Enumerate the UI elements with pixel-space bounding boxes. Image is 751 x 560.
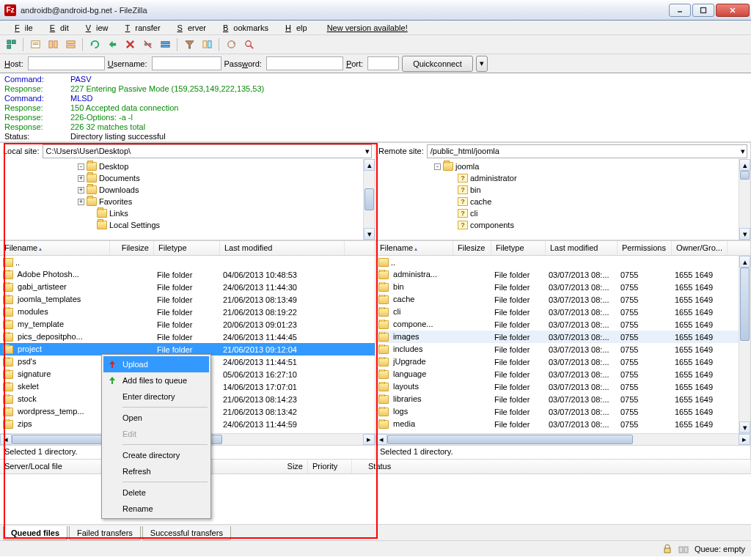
list-item[interactable]: jUpgradeFile folder03/07/2013 08:...0755… <box>376 355 750 368</box>
refresh-icon[interactable] <box>87 37 103 53</box>
tree-item[interactable]: ?cli <box>376 207 750 219</box>
tree-item[interactable]: Links <box>0 207 375 219</box>
menu-new-version[interactable]: New version available! <box>317 22 418 34</box>
col-filename[interactable]: Filename <box>0 241 110 255</box>
menu-server[interactable]: Server <box>167 22 211 34</box>
local-path-combo[interactable]: C:\Users\User\Desktop\▾ <box>43 144 372 158</box>
col-modified[interactable]: Last modified <box>220 241 345 255</box>
list-item[interactable]: cliFile folder03/07/2013 08:...07551655 … <box>376 306 750 318</box>
tree-item[interactable]: ?bin <box>376 184 750 196</box>
tree-item[interactable]: ?administrator <box>376 172 750 184</box>
list-item[interactable]: binFile folder03/07/2013 08:...07551655 … <box>376 281 750 293</box>
password-input[interactable] <box>266 56 343 70</box>
title-bar: Fz androidb@android-bg.net - FileZilla <box>0 0 751 21</box>
menu-transfer[interactable]: Transfer <box>115 22 166 34</box>
scrollbar[interactable]: ▴▾ <box>363 159 375 240</box>
port-input[interactable] <box>367 56 399 70</box>
list-item[interactable]: administra...File folder03/07/2013 08:..… <box>376 268 750 281</box>
list-item[interactable]: languageFile folder03/07/2013 08:...0755… <box>376 368 750 380</box>
tree-item[interactable]: -Desktop <box>0 161 375 172</box>
menu-view[interactable]: View <box>76 22 114 34</box>
cancel-icon[interactable] <box>122 37 138 53</box>
list-item[interactable]: Adobe Photosh...File folder04/06/2013 10… <box>0 268 375 281</box>
search-icon[interactable] <box>241 37 257 53</box>
col-filetype[interactable]: Filetype <box>491 241 546 255</box>
quickconnect-dropdown-icon[interactable]: ▾ <box>476 56 488 72</box>
scrollbar[interactable]: ◂▸ <box>376 433 750 445</box>
tree-item[interactable]: +Downloads <box>0 184 375 196</box>
remote-tree[interactable]: -joomla?administrator?bin?cache?cli?comp… <box>376 159 750 232</box>
host-input[interactable] <box>28 56 105 70</box>
tree-item[interactable]: +Documents <box>0 172 375 184</box>
list-item[interactable]: pics_depositpho...File folder24/06/2013 … <box>0 331 375 343</box>
col-modified[interactable]: Last modified <box>546 241 618 255</box>
col-owner[interactable]: Owner/Gro... <box>672 241 728 255</box>
maximize-button[interactable] <box>692 4 714 17</box>
list-item[interactable]: my_templateFile folder20/06/2013 09:01:2… <box>0 318 375 331</box>
quickconnect-button[interactable]: Quickconnect <box>402 56 473 72</box>
list-item[interactable]: .. <box>376 256 750 268</box>
ctx-delete[interactable]: Delete <box>103 485 209 501</box>
ctx-upload[interactable]: Upload <box>103 356 209 372</box>
reconnect-icon[interactable] <box>157 37 173 53</box>
svg-rect-25 <box>208 41 211 48</box>
message-log[interactable]: Command:PASVResponse:227 Entering Passiv… <box>0 73 751 143</box>
col-filesize[interactable]: Filesize <box>110 241 154 255</box>
list-item[interactable]: .. <box>0 256 375 268</box>
sync-browse-icon[interactable] <box>223 37 239 53</box>
queue-tabs: Queued files Failed transfers Successful… <box>0 524 751 540</box>
menu-bookmarks[interactable]: Bookmarks <box>213 22 274 34</box>
ctx-add-to-queue[interactable]: Add files to queue <box>103 372 209 388</box>
tree-item[interactable]: +Favorites <box>0 196 375 207</box>
remote-file-list[interactable]: .. administra...File folder03/07/2013 08… <box>376 256 750 433</box>
local-list-header[interactable]: Filename Filesize Filetype Last modified <box>0 241 375 256</box>
list-item[interactable]: imagesFile folder03/07/2013 08:...075516… <box>376 331 750 343</box>
tree-item[interactable]: ?cache <box>376 196 750 207</box>
ctx-enter-directory[interactable]: Enter directory <box>103 388 209 405</box>
ctx-create-directory[interactable]: Create directory <box>103 447 209 463</box>
scrollbar[interactable]: ▴▾ <box>739 159 750 240</box>
col-filename[interactable]: Filename <box>376 241 453 255</box>
list-item[interactable]: cacheFile folder03/07/2013 08:...0755165… <box>376 293 750 306</box>
toggle-tree-icon[interactable] <box>45 37 61 53</box>
scrollbar[interactable]: ▴▾ <box>739 256 750 433</box>
compare-icon[interactable] <box>199 37 215 53</box>
username-input[interactable] <box>152 56 221 70</box>
list-item[interactable]: modulesFile folder21/06/2013 08:19:22 <box>0 306 375 318</box>
ctx-refresh[interactable]: Refresh <box>103 463 209 479</box>
list-item[interactable]: gabi_artisteerFile folder24/06/2013 11:4… <box>0 281 375 293</box>
close-button[interactable] <box>716 4 750 17</box>
tab-successful[interactable]: Successful transfers <box>142 526 231 540</box>
tree-item[interactable]: -joomla <box>376 161 750 172</box>
minimize-button[interactable] <box>669 4 691 17</box>
process-queue-icon[interactable] <box>104 37 120 53</box>
list-item[interactable]: librariesFile folder03/07/2013 08:...075… <box>376 393 750 405</box>
menu-file[interactable]: File <box>4 22 38 34</box>
list-item[interactable]: logsFile folder03/07/2013 08:...07551655… <box>376 405 750 418</box>
list-item[interactable]: joomla_templatesFile folder21/06/2013 08… <box>0 293 375 306</box>
filter-icon[interactable] <box>181 37 197 53</box>
col-permissions[interactable]: Permissions <box>618 241 672 255</box>
list-item[interactable]: mediaFile folder03/07/2013 08:...0755165… <box>376 418 750 430</box>
remote-path-combo[interactable]: /public_html/joomla▾ <box>427 144 747 158</box>
menu-help[interactable]: Help <box>275 22 312 34</box>
tree-item[interactable]: ?components <box>376 219 750 231</box>
site-manager-icon[interactable] <box>3 37 19 53</box>
ctx-rename[interactable]: Rename <box>103 501 209 517</box>
tree-item[interactable]: Local Settings <box>0 219 375 231</box>
list-item[interactable]: layoutsFile folder03/07/2013 08:...07551… <box>376 380 750 393</box>
col-filesize[interactable]: Filesize <box>453 241 491 255</box>
tab-failed[interactable]: Failed transfers <box>69 526 141 540</box>
toggle-queue-icon[interactable] <box>62 37 78 53</box>
local-tree[interactable]: -Desktop+Documents+Downloads+FavoritesLi… <box>0 159 375 232</box>
toggle-log-icon[interactable] <box>27 37 43 53</box>
svg-rect-31 <box>679 547 683 553</box>
list-item[interactable]: includesFile folder03/07/2013 08:...0755… <box>376 343 750 355</box>
tab-queued[interactable]: Queued files <box>3 526 67 540</box>
col-filetype[interactable]: Filetype <box>154 241 220 255</box>
remote-list-header[interactable]: Filename Filesize Filetype Last modified… <box>376 241 750 256</box>
disconnect-icon[interactable] <box>139 37 155 53</box>
list-item[interactable]: compone...File folder03/07/2013 08:...07… <box>376 318 750 331</box>
ctx-open[interactable]: Open <box>103 410 209 426</box>
menu-edit[interactable]: Edit <box>40 22 74 34</box>
